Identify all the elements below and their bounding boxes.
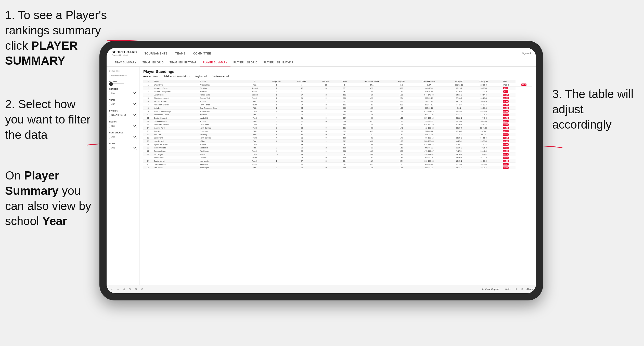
sidebar-gender-select[interactable]: Men: [109, 91, 137, 95]
table-cell: Third: [245, 126, 264, 130]
table-cell: 69.2: [337, 143, 352, 146]
table-cell: 8: [289, 90, 315, 93]
table-cell: 21: [289, 116, 315, 120]
nav-committee[interactable]: COMMITTEE: [193, 51, 211, 56]
table-row[interactable]: 4Luke ClatonFlorida StateSecond127268.2-…: [143, 93, 532, 96]
subnav-team-summary[interactable]: TEAM SUMMARY: [112, 59, 139, 66]
table-cell: 18: [143, 140, 153, 143]
subnav-team-h2h-heatmap[interactable]: TEAM H2H HEATMAP: [166, 59, 200, 66]
toolbar-paste[interactable]: ⊞: [134, 287, 138, 291]
table-row[interactable]: 16Alex GoffKentuckyFifth819068.3-1.71.92…: [143, 133, 532, 136]
table-cell: 452-96-12: [411, 163, 447, 166]
table-row[interactable]: 21Taehoon SongWashingtonFourth423169.2-1…: [143, 149, 532, 153]
table-row[interactable]: 12Brendan ValdesAuburnFifth337068.4-1.11…: [143, 120, 532, 123]
table-row[interactable]: 6Jackson KoivunAuburnFirst127167.3-2.02.…: [143, 100, 532, 103]
table-row[interactable]: 14Maxwell FordNorth CarolinaThird923069.…: [143, 126, 532, 130]
table-row[interactable]: 13Phichaksn MaichonTexas A&MThird630169.…: [143, 123, 532, 126]
toolbar-view-label[interactable]: View: Original: [485, 288, 499, 290]
table-row[interactable]: 25Cole SherwoodVanderbiltFourth1223168.3…: [143, 163, 532, 166]
table-cell: Petr Hruby: [153, 166, 199, 169]
table-row[interactable]: 24Bastien AmatNew MexicoFourth127269.4-1…: [143, 159, 532, 163]
table-row[interactable]: 10Jacob Skov OlesenArkansasFifth223468.4…: [143, 113, 532, 116]
table-row[interactable]: 20Matthew RiedelVanderbiltFifth923268.8-…: [143, 146, 532, 149]
table-cell: 55.16: [496, 103, 516, 106]
table-row[interactable]: 17David FordNorth CarolinaThird421069.0-…: [143, 136, 532, 140]
toolbar-copy[interactable]: ⊡: [128, 287, 132, 291]
table-cell: 0: [315, 130, 337, 133]
toolbar-clock[interactable]: ⏱: [140, 287, 144, 291]
table-cell: 68.3: [337, 133, 352, 136]
table-row[interactable]: 5Christo LamprechtGeorgia TechFourth2212…: [143, 96, 532, 100]
table-row[interactable]: 7Nicholas GabrelcikNorth FloridaFourth12…: [143, 103, 532, 106]
table-row[interactable]: 11Gordon SargentVanderbiltThird421068.7-…: [143, 116, 532, 120]
toolbar-undo[interactable]: ↩: [110, 287, 114, 291]
table-cell: Nicholas Gabrelcik: [153, 103, 199, 106]
sidebar-player-select[interactable]: (All): [109, 146, 137, 150]
subnav-player-summary[interactable]: PLAYER SUMMARY: [200, 59, 230, 66]
table-row[interactable]: 1Wenyi DingArizona StateFirst1115167.1-3…: [143, 83, 532, 87]
table-cell: 0: [315, 116, 337, 120]
table-cell: 21: [289, 96, 315, 100]
table-cell: 17-14-2: [447, 166, 471, 169]
sidebar-region-select[interactable]: N/A: [109, 124, 137, 128]
toolbar-back[interactable]: ◁: [122, 287, 126, 291]
table-cell: 605-96-38: [411, 120, 447, 123]
table-cell: 1: [315, 153, 337, 156]
table-cell: 1.13: [391, 140, 411, 143]
toolbar-grid[interactable]: ⊞: [520, 287, 524, 291]
instruction-step3: On Player Summary you can also view by s…: [5, 168, 97, 229]
table-cell: Missouri: [199, 156, 245, 159]
table-row[interactable]: 19Tiger ChristensenArizonaThird523269.2-…: [143, 143, 532, 146]
table-cell: 406-172-16: [411, 136, 447, 140]
sidebar-conference-label: Conference: [109, 132, 137, 134]
table-cell: 19-11-1: [447, 87, 471, 90]
nav-sign-out[interactable]: Sign out: [521, 52, 531, 55]
table-cell: 24-10-4: [471, 103, 496, 106]
nav-teams[interactable]: TEAMS: [175, 51, 185, 56]
table-cell: 4-18-0: [447, 140, 471, 143]
table-row[interactable]: 9Preston SummerhaysArizona StateThird324…: [143, 110, 532, 113]
table-row[interactable]: 26Petr HrubyWashingtonFifth725068.6-1.61…: [143, 166, 532, 169]
table-cell: 69.0: [337, 136, 352, 140]
table-row[interactable]: 8Mats EgeEast Tennessee StateFifth124268…: [143, 106, 532, 110]
sidebar-year-label: Year: [109, 99, 137, 101]
table-cell: Maxwell Ford: [153, 126, 199, 130]
sidebar-division-select[interactable]: NCAA Division I: [109, 113, 137, 117]
toolbar-watch[interactable]: Watch: [504, 287, 512, 291]
table-row[interactable]: 3Michael ThorbjornsenStanfordFourth28168…: [143, 90, 532, 93]
table-cell: Second: [245, 93, 264, 96]
table-row[interactable]: 23Jack LundinMissouriFourth1124068.6-2.3…: [143, 156, 532, 159]
table-cell: 11-5-3: [447, 133, 471, 136]
table-cell: 4: [315, 113, 337, 116]
toolbar-export[interactable]: ⬆: [514, 287, 518, 291]
subnav-player-h2h-grid[interactable]: PLAYER H2H GRID: [230, 59, 261, 66]
table-cell: 40.60: [496, 149, 516, 153]
table-row[interactable]: 15Jake HallTennesseeFifth718068.5-1.51.6…: [143, 130, 532, 133]
toolbar-share[interactable]: Share: [526, 288, 533, 290]
table-cell: Auburn: [199, 120, 245, 123]
table-cell: Texas A&M: [199, 123, 245, 126]
table-cell: Arizona State: [199, 83, 245, 87]
table-cell: 68.2: [337, 103, 352, 106]
table-cell: 68.7: [337, 116, 352, 120]
table-cell: 25: [143, 163, 153, 166]
table-cell: 1.15: [391, 123, 411, 126]
nav-right: Sign out: [521, 52, 531, 55]
toolbar-redo[interactable]: ↪: [116, 287, 120, 291]
table-cell: 9: [264, 146, 289, 149]
sidebar-year-select[interactable]: (All): [109, 102, 137, 106]
table-cell: 1.66: [391, 130, 411, 133]
subnav-player-h2h-heatmap[interactable]: PLAYER H2H HEATMAP: [261, 59, 297, 66]
table-row[interactable]: 18Luke PowellUCLAFirst424169.1-1.81.1350…: [143, 140, 532, 143]
table-row[interactable]: 2Michael Le SassoOle MissSecond118067.1-…: [143, 87, 532, 90]
nav-tournaments[interactable]: TOURNAMENTS: [145, 51, 168, 56]
table-cell: 22: [143, 153, 153, 156]
table-cell: 6: [264, 123, 289, 126]
table-cell: 4: [264, 136, 289, 140]
table-cell: 44-26-6: [471, 113, 496, 116]
no-rounds-slider[interactable]: [109, 84, 124, 84]
table-row[interactable]: 22Ian GilliganFloridaThird1024168.7-0.81…: [143, 153, 532, 156]
table-cell: 2: [264, 90, 289, 93]
subnav-team-h2h-grid[interactable]: TEAM H2H GRID: [139, 59, 166, 66]
sidebar-conference-select[interactable]: (All): [109, 135, 137, 139]
